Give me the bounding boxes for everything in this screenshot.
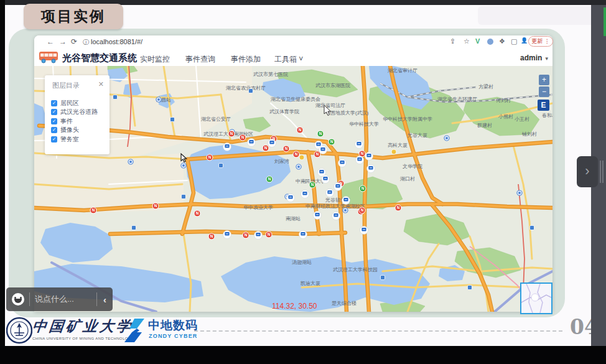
map-label: 华中科技大学附属中学 (383, 116, 432, 122)
site-info-icon[interactable]: ⓘ (83, 38, 89, 47)
chat-collapse-arrow[interactable]: ‹ (103, 294, 106, 305)
company-name: 中地数码 (148, 317, 198, 334)
chrome-update-button[interactable]: 更新 ⋮ (528, 36, 553, 47)
app-title: 光谷智慧交通系统 (62, 52, 137, 64)
map-label: 凯迪大厦 (301, 281, 320, 286)
extension-circle-icon[interactable] (487, 39, 493, 45)
event-marker-red-label: N (230, 131, 233, 136)
browser-forward-icon[interactable]: → (59, 37, 67, 46)
address-bar-url[interactable]: localhost:8081/#/ (91, 38, 142, 45)
road-number-badge (249, 89, 253, 93)
minimap-canvas (521, 284, 551, 313)
checkbox-checked-icon[interactable]: ✓ (51, 100, 57, 106)
map-canvas[interactable]: 武昌站湖北省农业农村厅武汉市第七医院湖北省司法厅湖北省审计厅湖北省生态环境厅武汉… (34, 66, 552, 312)
chat-bar: 说点什么... ‹ (6, 287, 113, 311)
layer-row-1[interactable]: ✓武汉光谷道路 (51, 108, 98, 116)
map-label: 湖北省司法厅 (315, 103, 345, 108)
extensions-puzzle-icon[interactable]: ❖ (499, 37, 505, 45)
road-number-badge (113, 95, 118, 100)
layer-row-4[interactable]: ✓警务室 (51, 135, 79, 143)
map-label: 刘家湾 (274, 159, 289, 164)
event-marker-red-label: N (299, 128, 302, 132)
bottom-letterbox (0, 346, 606, 364)
nav-item-1[interactable]: 事件查询 (185, 54, 215, 65)
layer-row-2[interactable]: ✓事件 (51, 117, 73, 125)
map-label: 中国地质大学(武汉) (325, 110, 369, 116)
map-label: 南湖站 (286, 216, 301, 222)
event-marker-red-label: N (285, 146, 288, 151)
event-marker-yellow[interactable] (391, 149, 396, 154)
scrollbar[interactable] (602, 161, 604, 183)
road-number-badge (182, 195, 186, 199)
nav-item-2[interactable]: 事件添加 (231, 54, 261, 65)
event-marker-red-label: N (264, 146, 268, 150)
map-label: 武汉理工大学科技园 (333, 267, 378, 273)
overview-minimap[interactable] (520, 282, 552, 314)
bus-logo-icon (39, 50, 58, 64)
company-caption: ZONDY CYBER (149, 333, 198, 339)
map-zoom-in-button[interactable]: + (539, 75, 549, 85)
map-label: 湖北省农业农村厅 (226, 85, 266, 91)
checkbox-checked-icon[interactable]: ✓ (51, 109, 57, 115)
map-label: 湖北省生态环境厅 (437, 96, 477, 102)
map-label: 湖口村 (400, 176, 415, 182)
map-label: 中南财经政法大学南湖校区 (305, 203, 365, 209)
layer-label: 事件 (60, 117, 73, 126)
event-marker-red-label: N (241, 135, 245, 139)
scrollbar[interactable] (600, 161, 601, 183)
layer-label: 武汉光谷道路 (60, 108, 98, 116)
layer-row-3[interactable]: ✓摄像头 (51, 126, 79, 134)
screenshot-stage: 项目实例 ← → ⟳ ⓘ localhost:8081/#/ ⇪ ☆ V ❖ ▢… (0, 0, 606, 364)
browser-back-icon[interactable]: ← (47, 37, 54, 46)
user-menu-admin[interactable]: admin ▼ (520, 54, 549, 62)
share-icon[interactable]: ⇪ (450, 37, 455, 45)
emoji-icon[interactable] (12, 293, 24, 306)
close-icon[interactable]: ✕ (98, 80, 104, 88)
nav-item-3[interactable]: 工具箱 ˅ (274, 54, 303, 65)
browser-reload-icon[interactable]: ⟳ (71, 37, 77, 46)
chevron-down-icon: ▼ (544, 56, 549, 62)
profile-icon[interactable]: 👤 (521, 37, 528, 44)
map-label: 群建村 (477, 123, 492, 128)
checkbox-checked-icon[interactable]: ✓ (51, 118, 57, 124)
side-panel-icon[interactable]: ▢ (511, 37, 517, 45)
city-block (34, 153, 184, 212)
map-label: 光谷大厦 (408, 133, 427, 138)
station-icon-core (157, 98, 160, 101)
event-marker-green-label: N (268, 177, 271, 181)
event-marker-yellow[interactable] (299, 155, 304, 160)
map-extra-button[interactable]: E (538, 100, 549, 111)
vue-devtools-icon[interactable]: V (475, 37, 480, 45)
map-label: 楚天综合楼 (332, 301, 357, 306)
map-label: 湖北省卫生健康委员会 (271, 96, 320, 102)
checkbox-checked-icon[interactable]: ✓ (51, 127, 57, 133)
map-viewport[interactable]: 武昌站湖北省农业农村厅武汉市第七医院湖北省司法厅湖北省审计厅湖北省生态环境厅武汉… (34, 66, 552, 312)
map-label: 武汉市东湖医院 (315, 83, 350, 88)
station-icon-core (129, 161, 132, 163)
road-number-badge (170, 118, 175, 122)
footer-divider (194, 330, 562, 332)
event-marker-red-label: N (208, 155, 212, 159)
divider (29, 292, 30, 306)
layer-row-0[interactable]: ✓居民区 (51, 99, 79, 107)
cumt-emblem-logo (6, 317, 32, 344)
map-label: 文华学院 (403, 164, 422, 169)
map-label: 汤逊湖站 (292, 259, 312, 265)
university-caption: CHINA UNIVERSITY OF MINING AND TECHNOLOG… (32, 337, 134, 340)
map-label: 华中科技大学 (349, 121, 379, 127)
event-marker-red-label: N (361, 208, 364, 212)
layer-panel-title: 图层目录 (52, 81, 80, 90)
road-number-badge (132, 226, 136, 230)
sidebar-expand-tab[interactable]: › (577, 156, 598, 187)
event-marker-red-label: N (154, 203, 157, 208)
event-marker-green-label: N (330, 139, 333, 144)
station-icon-core (518, 192, 521, 194)
ghost-window (478, 6, 596, 25)
event-marker-red-label: N (316, 152, 319, 156)
checkbox-checked-icon[interactable]: ✓ (51, 136, 57, 142)
nav-item-0[interactable]: 实时监控 (140, 54, 170, 65)
map-zoom-out-button[interactable]: − (539, 86, 549, 97)
chat-input[interactable]: 说点什么... (35, 294, 91, 305)
bookmark-star-icon[interactable]: ☆ (464, 37, 470, 45)
slide-title: 项目实例 (41, 7, 106, 26)
